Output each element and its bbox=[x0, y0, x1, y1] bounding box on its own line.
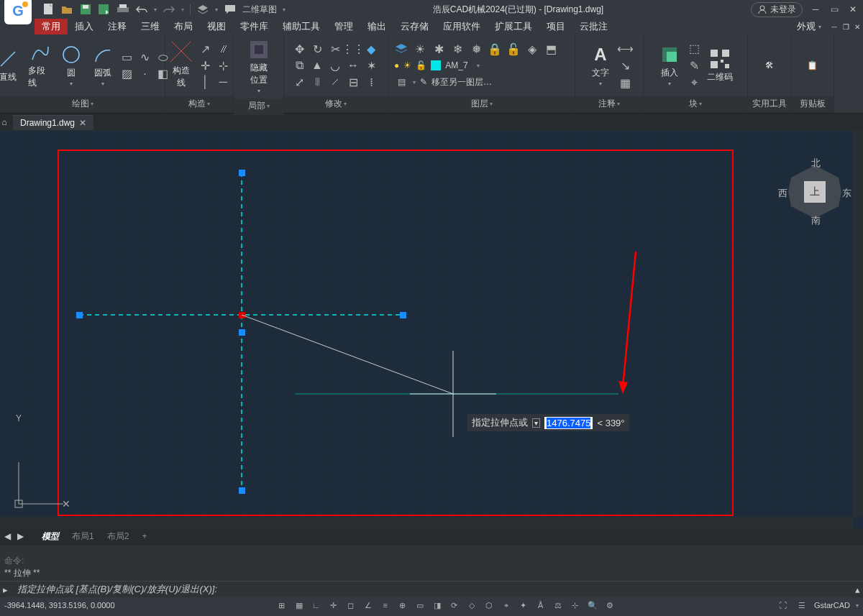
ann-icon[interactable]: Å bbox=[534, 599, 547, 612]
command-expand-icon[interactable]: ▴ bbox=[855, 584, 860, 595]
tab-layout1[interactable]: 布局1 bbox=[66, 529, 100, 544]
layer-props-icon[interactable] bbox=[394, 42, 408, 56]
paste-button[interactable]: 📋 bbox=[798, 53, 827, 78]
polyline-button[interactable]: 多段线 bbox=[25, 40, 54, 91]
ellipse-icon[interactable]: ⬭ bbox=[156, 50, 170, 65]
unlock-icon[interactable]: 🔓 bbox=[506, 42, 521, 56]
save-icon[interactable] bbox=[79, 3, 92, 16]
chat-icon[interactable] bbox=[224, 3, 237, 16]
lwt-icon[interactable]: ≡ bbox=[379, 599, 392, 612]
menu-home[interactable]: 常用 bbox=[35, 19, 68, 35]
menu-layout[interactable]: 布局 bbox=[167, 19, 200, 35]
model-icon[interactable]: ▭ bbox=[414, 599, 426, 612]
hatch-icon[interactable]: ▨ bbox=[120, 67, 134, 81]
stretch-icon[interactable]: ↔ bbox=[346, 58, 360, 73]
hide-button[interactable]: 隐藏 位置▾ bbox=[245, 37, 273, 96]
annsc-icon[interactable]: ⚖ bbox=[552, 599, 565, 612]
workspace-label[interactable]: 二维草图 bbox=[242, 4, 277, 16]
text-button[interactable]: A文字▾ bbox=[586, 42, 615, 88]
menu-cloud[interactable]: 云存储 bbox=[393, 19, 436, 35]
panel-anno-label[interactable]: 注释 ▾ bbox=[575, 96, 643, 113]
panel-layer-label[interactable]: 图层 ▾ bbox=[388, 96, 575, 113]
menu-apps[interactable]: 应用软件 bbox=[436, 19, 488, 35]
menu-insert[interactable]: 插入 bbox=[68, 19, 101, 35]
close-tab-icon[interactable]: ✕ bbox=[79, 118, 86, 128]
panel-block-label[interactable]: 块 ▾ bbox=[644, 96, 747, 113]
layout-next-icon[interactable]: ▶ bbox=[17, 531, 24, 541]
isolate-icon[interactable]: ◈ bbox=[525, 42, 539, 56]
3dosnap-icon[interactable]: ⬡ bbox=[483, 599, 496, 612]
command-input[interactable]: 指定拉伸点或 [基点(B)/复制(C)/放弃(U)/退出(X)]: bbox=[17, 583, 851, 596]
menu-output[interactable]: 输出 bbox=[360, 19, 393, 35]
align-icon[interactable]: ⊟ bbox=[346, 75, 360, 89]
scale-icon[interactable]: ⤢ bbox=[292, 75, 306, 89]
expand-icon[interactable]: ⛶ bbox=[777, 599, 790, 612]
otrack-icon[interactable]: ∠ bbox=[362, 599, 375, 612]
new-icon[interactable] bbox=[42, 3, 55, 16]
move-icon[interactable]: ✥ bbox=[292, 42, 306, 56]
viewcube[interactable]: 上 北 南 东 西 bbox=[782, 160, 847, 224]
erase-icon[interactable]: ◆ bbox=[364, 42, 378, 56]
osnap-icon[interactable]: ◻ bbox=[344, 599, 357, 612]
rotate-icon[interactable]: ↻ bbox=[310, 42, 324, 56]
tab-add[interactable]: + bbox=[136, 530, 152, 543]
clineh-icon[interactable]: ─ bbox=[216, 75, 231, 89]
spline-icon[interactable]: ∿ bbox=[138, 50, 152, 65]
drawing-canvas[interactable]: ✕ 指定拉伸点或 ▾ 1476.7475 < 339° 上 北 南 东 西 Y bbox=[0, 131, 863, 528]
saveas-icon[interactable] bbox=[98, 3, 111, 16]
offset-icon[interactable]: ⫽ bbox=[216, 42, 231, 56]
coordinates[interactable]: -3964.1448, 3913.5196, 0.0000 bbox=[4, 601, 115, 610]
menu-3d[interactable]: 三维 bbox=[134, 19, 167, 35]
tab-home-icon[interactable]: ⌂ bbox=[0, 117, 9, 127]
freeze-icon[interactable]: ❄ bbox=[450, 42, 465, 56]
merge-icon[interactable]: ⬒ bbox=[544, 42, 558, 56]
viewcube-top[interactable]: 上 bbox=[804, 181, 826, 203]
menu-partlib[interactable]: 零件库 bbox=[233, 19, 275, 35]
proj-icon[interactable]: ⊹ bbox=[216, 58, 231, 73]
dim-icon[interactable]: ⟷ bbox=[618, 41, 632, 55]
qp-icon[interactable]: ◨ bbox=[431, 599, 444, 612]
create-block-icon[interactable]: ⬚ bbox=[687, 41, 701, 55]
panel-modify-label[interactable]: 修改 ▾ bbox=[284, 96, 388, 113]
login-button[interactable]: 未登录 bbox=[751, 2, 803, 17]
doc-restore-button[interactable]: ❐ bbox=[840, 23, 851, 31]
sc-icon[interactable]: ⟳ bbox=[448, 599, 461, 612]
clinev-icon[interactable]: │ bbox=[198, 75, 213, 89]
document-tab[interactable]: Drawing1.dwg✕ bbox=[13, 115, 93, 130]
layer-move-button[interactable]: ▤ ▾ ✎ 移至另一图层… bbox=[394, 75, 492, 89]
edit-block-icon[interactable]: ✎ bbox=[687, 58, 701, 73]
iso-icon[interactable]: ◇ bbox=[465, 599, 478, 612]
panel-draw-label[interactable]: 绘图 ▾ bbox=[0, 96, 165, 113]
menu-ext[interactable]: 扩展工具 bbox=[488, 19, 539, 35]
current-layer-dropdown[interactable]: ● ☀ 🔓 AM_7 ▾ bbox=[394, 60, 480, 70]
vertical-scrollbar[interactable] bbox=[853, 131, 863, 517]
menu-appearance[interactable]: 外观 ▾ bbox=[790, 19, 828, 35]
notify-icon[interactable]: ☰ bbox=[795, 599, 808, 612]
workspace-dropdown[interactable]: ▾ bbox=[283, 6, 286, 13]
fillet-icon[interactable]: ◡ bbox=[328, 58, 342, 73]
tools-button[interactable]: 🛠 bbox=[755, 53, 784, 78]
circle-button[interactable]: 圆▾ bbox=[57, 42, 86, 88]
ortho-icon[interactable]: ∟ bbox=[310, 599, 323, 612]
chamfer-icon[interactable]: ⟋ bbox=[328, 75, 342, 89]
tab-layout2[interactable]: 布局2 bbox=[101, 529, 135, 544]
menu-project[interactable]: 项目 bbox=[539, 19, 572, 35]
ray-icon[interactable]: ↗ bbox=[198, 42, 213, 56]
doc-minimize-button[interactable]: ─ bbox=[828, 23, 840, 31]
undo-dropdown[interactable]: ▾ bbox=[154, 6, 157, 13]
menu-cloudanno[interactable]: 云批注 bbox=[572, 19, 615, 35]
lock-icon[interactable]: 🔒 bbox=[488, 42, 502, 56]
close-button[interactable]: ✕ bbox=[847, 4, 859, 14]
panel-construct-label[interactable]: 构造 ▾ bbox=[165, 96, 233, 113]
layeron-icon[interactable]: ☀ bbox=[413, 42, 427, 56]
array-icon[interactable]: ⋮⋮ bbox=[346, 42, 360, 56]
undo-icon[interactable] bbox=[135, 3, 148, 16]
construction-line-button[interactable]: 构造 线 bbox=[167, 40, 196, 91]
point-icon[interactable]: · bbox=[138, 67, 152, 81]
mag-icon[interactable]: 🔍 bbox=[586, 599, 599, 612]
attr-icon[interactable]: ⌖ bbox=[687, 75, 701, 90]
panel-tools-label[interactable]: 实用工具 bbox=[748, 96, 790, 113]
insert-button[interactable]: 插入▾ bbox=[655, 42, 684, 88]
layers-icon[interactable] bbox=[196, 3, 209, 16]
open-icon[interactable] bbox=[60, 3, 73, 16]
